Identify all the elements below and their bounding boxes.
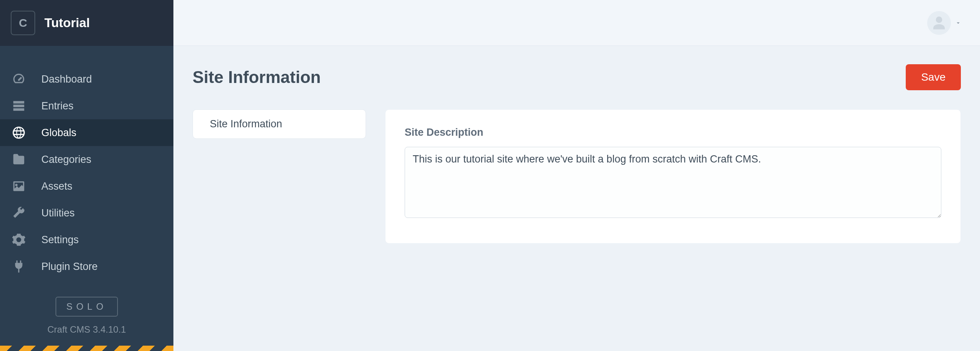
dashboard-icon xyxy=(11,72,26,86)
content-header: Site Information Save xyxy=(193,64,961,90)
entries-icon xyxy=(11,99,26,113)
nav-item-settings[interactable]: Settings xyxy=(0,226,173,253)
nav-label: Entries xyxy=(41,100,74,112)
gear-icon xyxy=(11,232,26,247)
fields-panel: Site Description xyxy=(385,109,961,244)
nav-item-categories[interactable]: Categories xyxy=(0,146,173,173)
nav-item-entries[interactable]: Entries xyxy=(0,93,173,119)
plug-icon xyxy=(11,259,26,274)
topbar xyxy=(173,0,980,46)
nav-label: Categories xyxy=(41,154,91,166)
user-icon xyxy=(931,15,947,31)
globe-icon xyxy=(11,125,26,140)
nav-label: Globals xyxy=(41,127,77,139)
main: Site Information Save Site Information S… xyxy=(173,0,980,351)
avatar xyxy=(927,11,951,35)
dev-mode-stripe xyxy=(0,346,173,351)
site-logo: C xyxy=(11,11,35,35)
content: Site Information Save Site Information S… xyxy=(173,46,980,244)
site-name: Tutorial xyxy=(44,16,90,30)
nav-item-globals[interactable]: Globals xyxy=(0,119,173,146)
nav-label: Dashboard xyxy=(41,73,92,85)
sidebar: C Tutorial Dashboard Entries Globals Cat… xyxy=(0,0,173,351)
nav-item-dashboard[interactable]: Dashboard xyxy=(0,66,173,93)
user-menu[interactable] xyxy=(927,11,962,35)
content-body: Site Information Site Description xyxy=(193,109,961,244)
app-root: C Tutorial Dashboard Entries Globals Cat… xyxy=(0,0,980,351)
primary-nav: Dashboard Entries Globals Categories Ass… xyxy=(0,46,173,280)
edition-badge[interactable]: SOLO xyxy=(56,297,118,317)
field-label-site-description: Site Description xyxy=(405,127,941,138)
nav-label: Settings xyxy=(41,234,79,246)
nav-item-assets[interactable]: Assets xyxy=(0,173,173,200)
nav-item-utilities[interactable]: Utilities xyxy=(0,200,173,226)
folder-icon xyxy=(11,152,26,167)
sidebar-footer: SOLO Craft CMS 3.4.10.1 xyxy=(0,297,173,335)
nav-label: Utilities xyxy=(41,207,75,219)
image-icon xyxy=(11,179,26,193)
nav-label: Plugin Store xyxy=(41,261,98,273)
cms-version: Craft CMS 3.4.10.1 xyxy=(0,324,173,335)
nav-label: Assets xyxy=(41,180,72,192)
page-title: Site Information xyxy=(193,68,321,87)
save-button[interactable]: Save xyxy=(906,64,961,90)
nav-item-plugin-store[interactable]: Plugin Store xyxy=(0,253,173,280)
site-logo-letter: C xyxy=(19,16,27,29)
wrench-icon xyxy=(11,206,26,220)
sidebar-header[interactable]: C Tutorial xyxy=(0,0,173,46)
tab-site-information[interactable]: Site Information xyxy=(193,109,366,139)
tabs-pane: Site Information xyxy=(193,109,366,244)
site-description-input[interactable] xyxy=(405,147,941,218)
chevron-down-icon xyxy=(955,20,962,26)
